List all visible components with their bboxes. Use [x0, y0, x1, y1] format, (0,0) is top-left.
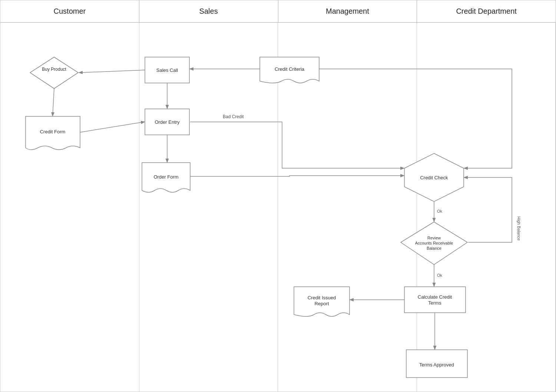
header-credit-dept: Credit Department — [417, 0, 556, 22]
header-row: Customer Sales Management Credit Departm… — [0, 0, 556, 23]
lane-management — [278, 23, 417, 392]
lane-sales — [139, 23, 278, 392]
header-customer: Customer — [0, 0, 139, 22]
lane-customer — [0, 23, 139, 392]
header-management: Management — [278, 0, 417, 22]
header-sales: Sales — [139, 0, 278, 22]
lane-credit-dept — [417, 23, 556, 392]
lanes-row: Buy Product Credit Form Sales Call Order… — [0, 23, 556, 392]
diagram-container: Customer Sales Management Credit Departm… — [0, 0, 556, 392]
